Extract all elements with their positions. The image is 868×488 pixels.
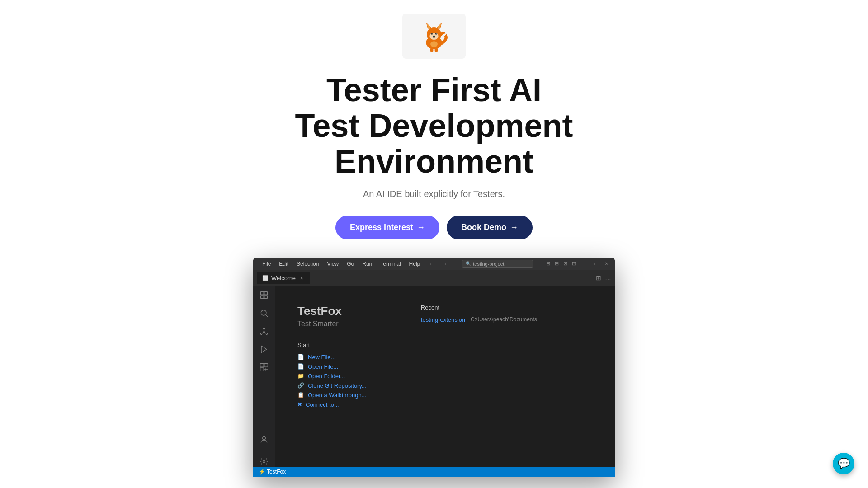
sidebar-search-icon[interactable] xyxy=(259,308,269,319)
menu-view[interactable]: View xyxy=(323,260,342,268)
new-file-item[interactable]: 📄 New File... xyxy=(297,354,367,361)
connect-icon: ✖ xyxy=(297,401,302,408)
recent-section-title: Recent xyxy=(421,304,537,311)
sidebar-debug-icon[interactable] xyxy=(259,344,269,355)
window-controls: – □ ✕ xyxy=(582,261,609,267)
svg-point-23 xyxy=(266,333,267,334)
svg-rect-13 xyxy=(435,48,438,52)
open-folder-icon: 📁 xyxy=(297,373,304,379)
svg-point-22 xyxy=(261,333,262,334)
recent-item: testing-extension C:\Users\peach\Documen… xyxy=(421,316,537,323)
svg-rect-27 xyxy=(260,367,264,371)
vscode-titlebar: File Edit Selection View Go Run Terminal… xyxy=(253,258,615,270)
svg-point-29 xyxy=(263,460,265,462)
open-walkthrough-item[interactable]: 📋 Open a Walkthrough... xyxy=(297,392,367,399)
recent-project-path: C:\Users\peach\Documents xyxy=(471,316,537,323)
more-tab-options-button[interactable]: … xyxy=(605,274,611,282)
maximize-button[interactable]: □ xyxy=(593,261,599,267)
menu-help[interactable]: Help xyxy=(406,260,424,268)
svg-point-21 xyxy=(263,328,264,329)
sidebar-settings-icon[interactable] xyxy=(259,456,269,467)
nav-forward-button[interactable]: → xyxy=(440,261,449,267)
recent-project-name[interactable]: testing-extension xyxy=(421,316,465,323)
svg-point-11 xyxy=(433,35,435,37)
welcome-tab[interactable]: ⬜ Welcome ✕ xyxy=(257,272,310,284)
minimize-button[interactable]: – xyxy=(582,261,588,267)
express-interest-button[interactable]: Express Interest → xyxy=(335,216,439,239)
start-items-list: 📄 New File... 📄 Open File... 📁 Open Fold… xyxy=(297,354,367,408)
book-demo-button[interactable]: Book Demo → xyxy=(447,216,533,239)
nav-back-button[interactable]: ← xyxy=(427,261,436,267)
hero-subtitle: An AI IDE built explicitly for Testers. xyxy=(363,189,505,199)
split-editor-button[interactable]: ⊞ xyxy=(596,274,601,282)
close-tab-button[interactable]: ✕ xyxy=(298,275,305,281)
menu-selection[interactable]: Selection xyxy=(293,260,322,268)
svg-rect-16 xyxy=(264,291,268,295)
chat-bubble-button[interactable]: 💬 xyxy=(833,453,854,474)
vscode-window: File Edit Selection View Go Run Terminal… xyxy=(253,258,615,477)
svg-point-8 xyxy=(435,33,437,35)
svg-point-9 xyxy=(432,33,433,34)
svg-point-28 xyxy=(263,436,266,440)
svg-rect-25 xyxy=(260,363,264,367)
close-button[interactable]: ✕ xyxy=(604,261,609,267)
titlebar-menu: File Edit Selection View Go Run Terminal… xyxy=(259,260,424,268)
tabs-bar: ⬜ Welcome ✕ ⊞ … xyxy=(253,270,615,286)
activity-bar xyxy=(253,286,275,467)
cta-buttons: Express Interest → Book Demo → xyxy=(335,216,533,239)
clone-icon: 🔗 xyxy=(297,382,304,389)
menu-bar: File Edit Selection View Go Run Terminal… xyxy=(259,260,424,268)
walkthrough-icon: 📋 xyxy=(297,392,304,398)
menu-terminal[interactable]: Terminal xyxy=(377,260,404,268)
svg-marker-24 xyxy=(261,346,267,352)
svg-rect-17 xyxy=(261,295,264,298)
open-folder-item[interactable]: 📁 Open Folder... xyxy=(297,373,367,380)
svg-rect-12 xyxy=(430,48,433,52)
sidebar-explorer-icon[interactable] xyxy=(259,290,269,300)
svg-point-10 xyxy=(436,33,437,34)
svg-point-14 xyxy=(430,41,438,47)
app-name: TestFox xyxy=(297,304,367,318)
search-bar-text: testing-project xyxy=(473,261,504,267)
clone-repo-item[interactable]: 🔗 Clone Git Repository... xyxy=(297,382,367,389)
hero-section: Tester First AI Test Development Environ… xyxy=(0,0,868,488)
svg-point-19 xyxy=(261,310,266,315)
statusbar-text: ⚡ TestFox xyxy=(259,469,286,475)
hero-title: Tester First AI Test Development Environ… xyxy=(295,72,573,180)
vscode-body: TestFox Test Smarter Start 📄 New File...… xyxy=(253,286,615,467)
vscode-statusbar: ⚡ TestFox xyxy=(253,467,615,477)
sidebar-account-icon[interactable] xyxy=(259,434,269,445)
vscode-welcome-content: TestFox Test Smarter Start 📄 New File...… xyxy=(275,286,615,467)
command-search-bar[interactable]: 🔍 testing-project xyxy=(462,260,533,268)
menu-go[interactable]: Go xyxy=(343,260,358,268)
open-file-item[interactable]: 📄 Open File... xyxy=(297,363,367,370)
svg-line-20 xyxy=(266,314,268,317)
fox-logo xyxy=(416,18,452,54)
menu-file[interactable]: File xyxy=(259,260,274,268)
menu-edit[interactable]: Edit xyxy=(275,260,292,268)
chat-bubble-icon: 💬 xyxy=(838,458,850,469)
app-tagline: Test Smarter xyxy=(297,320,367,328)
start-section-title: Start xyxy=(297,342,367,348)
welcome-left-panel: TestFox Test Smarter Start 📄 New File...… xyxy=(297,304,367,449)
connect-to-item[interactable]: ✖ Connect to... xyxy=(297,401,367,408)
welcome-right-panel: Recent testing-extension C:\Users\peach\… xyxy=(421,304,537,449)
logo-container xyxy=(402,14,466,59)
sidebar-extensions-icon[interactable] xyxy=(259,362,269,373)
svg-rect-18 xyxy=(264,295,268,298)
menu-run[interactable]: Run xyxy=(359,260,376,268)
new-file-icon: 📄 xyxy=(297,354,304,360)
layout-icons: ⊞ ⊟ ⊠ ⊡ xyxy=(546,261,579,267)
sidebar-git-icon[interactable] xyxy=(259,326,269,337)
open-file-icon: 📄 xyxy=(297,363,304,370)
svg-point-7 xyxy=(431,33,433,35)
svg-rect-15 xyxy=(261,291,264,295)
svg-rect-26 xyxy=(264,363,268,367)
